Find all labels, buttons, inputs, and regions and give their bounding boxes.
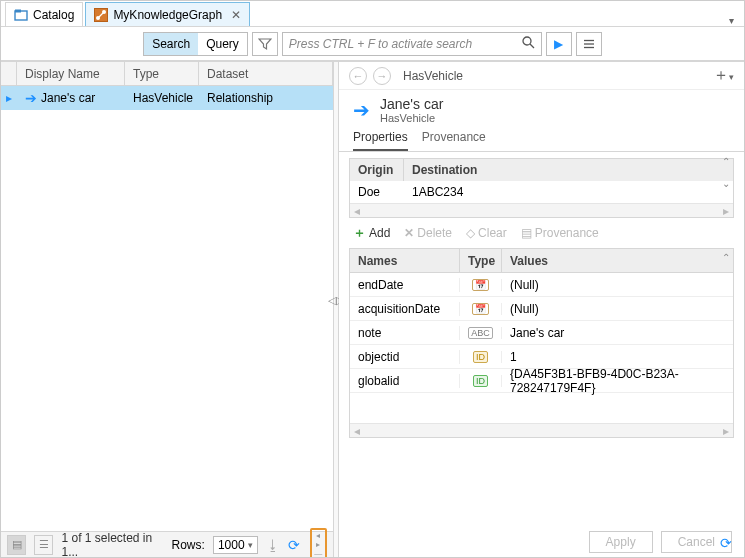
prop-name: objectid [350, 350, 460, 364]
col-values[interactable]: Values [502, 249, 733, 272]
col-type[interactable]: Type [125, 62, 199, 85]
svg-point-6 [523, 37, 531, 45]
search-input[interactable]: Press CTRL + F to activate search [282, 32, 542, 56]
rows-select[interactable]: 1000▾ [213, 536, 258, 554]
row-selector-header[interactable] [1, 62, 17, 85]
property-row[interactable]: globalid ID {DA45F3B1-BFB9-4D0C-B23A-728… [350, 369, 733, 393]
filter-icon[interactable] [252, 32, 278, 56]
nav-forward-icon[interactable]: → [373, 67, 391, 85]
horizontal-scrollbar[interactable]: ◂▸ [350, 423, 733, 437]
selection-status: 1 of 1 selected in 1... [61, 531, 167, 559]
prop-value: (Null) [502, 278, 733, 292]
add-button[interactable]: ＋Add [353, 224, 390, 242]
origin-destination-table: Origin Destination Doe 1ABC234 ◂▸ [349, 158, 734, 218]
scroll-up-icon[interactable]: ⌃ [722, 252, 730, 263]
nav-next-icon[interactable]: ▸ [316, 540, 320, 549]
catalog-icon [14, 8, 28, 22]
query-mode-button[interactable]: Query [198, 33, 247, 55]
cell-dataset: Relationship [199, 91, 333, 105]
col-display-name[interactable]: Display Name [17, 62, 125, 85]
apply-button: Apply [589, 531, 653, 553]
clear-button: ◇Clear [466, 226, 507, 240]
close-icon[interactable]: ✕ [231, 8, 241, 22]
tab-properties[interactable]: Properties [353, 130, 408, 151]
prop-name: acquisitionDate [350, 302, 460, 316]
property-row[interactable]: note ABC Jane's car [350, 321, 733, 345]
property-row[interactable]: acquisitionDate 📅 (Null) [350, 297, 733, 321]
view-mode-grid-icon[interactable]: ▤ [7, 535, 26, 555]
tab-mygraph[interactable]: MyKnowledgeGraph ✕ [85, 2, 250, 26]
search-mode-button[interactable]: Search [144, 33, 198, 55]
prop-name: globalid [350, 374, 460, 388]
tab-catalog[interactable]: Catalog [5, 2, 83, 26]
add-icon[interactable]: ＋▾ [713, 65, 734, 86]
refresh-icon[interactable]: ⟳ [720, 535, 732, 551]
rows-label: Rows: [172, 538, 205, 552]
view-mode-list-icon[interactable]: ☰ [34, 535, 53, 555]
nav-prev-icon[interactable]: ◂ [316, 531, 320, 540]
prop-value: 1 [502, 350, 733, 364]
search-icon[interactable] [522, 36, 535, 52]
type-badge: ID [460, 351, 502, 363]
table-row[interactable]: ▸ ➔ Jane's car HasVehicle Relationship [1, 86, 333, 110]
tabbar-menu-icon[interactable]: ▾ [719, 15, 744, 26]
horizontal-scrollbar[interactable]: ◂▸ [350, 203, 733, 217]
run-button[interactable]: ▶ [546, 32, 572, 56]
table-row[interactable]: Doe 1ABC234 [350, 181, 733, 203]
type-badge: ABC [460, 327, 502, 339]
nav-back-icon[interactable]: ← [349, 67, 367, 85]
type-badge: ID [460, 375, 502, 387]
col-destination[interactable]: Destination [404, 159, 733, 181]
download-icon[interactable]: ⭳ [266, 537, 280, 553]
relationship-arrow-icon: ➔ [353, 98, 370, 122]
properties-table: Names Type Values endDate 📅 (Null)acquis… [349, 248, 734, 438]
scroll-up-icon[interactable]: ⌃ [722, 156, 730, 167]
tab-label: MyKnowledgeGraph [113, 8, 222, 22]
col-type[interactable]: Type [460, 249, 502, 272]
vertical-nav-buttons[interactable]: ◂ ▸ — [310, 528, 327, 559]
svg-rect-1 [15, 9, 21, 12]
col-names[interactable]: Names [350, 249, 460, 272]
prop-value: (Null) [502, 302, 733, 316]
delete-button: ✕Delete [404, 226, 452, 240]
type-badge: 📅 [460, 303, 502, 315]
refresh-icon[interactable]: ⟳ [288, 537, 300, 553]
tab-provenance[interactable]: Provenance [422, 130, 486, 151]
row-selector[interactable]: ▸ [1, 91, 17, 105]
detail-title: Jane's car [380, 96, 443, 112]
prop-name: endDate [350, 278, 460, 292]
detail-subtitle: HasVehicle [380, 112, 443, 124]
cell-name: Jane's car [41, 91, 95, 105]
prop-value: {DA45F3B1-BFB9-4D0C-B23A-728247179F4F} [502, 367, 733, 395]
col-dataset[interactable]: Dataset [199, 62, 333, 85]
col-origin[interactable]: Origin [350, 159, 404, 181]
relationship-arrow-icon: ➔ [25, 90, 37, 106]
prop-name: note [350, 326, 460, 340]
provenance-button: ▤Provenance [521, 226, 599, 240]
breadcrumb: HasVehicle [403, 69, 463, 83]
tab-label: Catalog [33, 8, 74, 22]
type-badge: 📅 [460, 279, 502, 291]
property-row[interactable]: objectid ID 1 [350, 345, 733, 369]
property-row[interactable]: endDate 📅 (Null) [350, 273, 733, 297]
svg-line-7 [530, 44, 534, 48]
scroll-down-icon[interactable]: ⌄ [722, 178, 730, 189]
prop-value: Jane's car [502, 326, 733, 340]
nav-collapse-icon[interactable]: — [314, 549, 322, 558]
cell-type: HasVehicle [125, 91, 199, 105]
menu-icon[interactable] [576, 32, 602, 56]
graph-icon [94, 8, 108, 22]
